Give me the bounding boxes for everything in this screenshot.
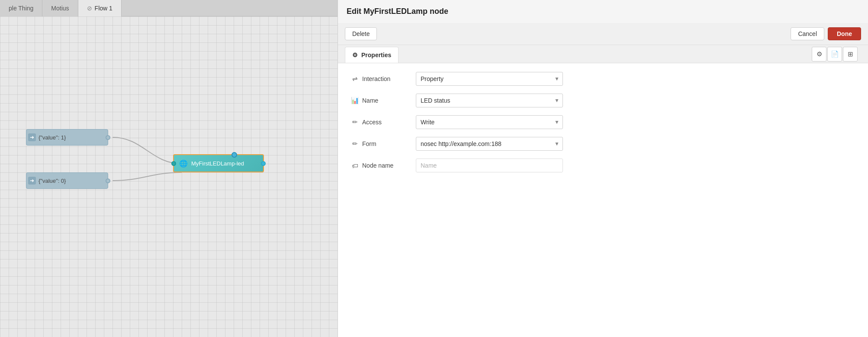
access-icon: ✏ [351,118,359,126]
tab-icons-right: ⚙ 📄 ⊞ [812,45,861,63]
inject1-output-port [106,135,110,140]
form-select[interactable]: nosec http://example.com:188 [416,137,563,151]
properties-tab-section: ⚙ Properties ⚙ 📄 ⊞ [338,45,868,63]
edit-panel: Edit MyFirstLEDLamp node Delete Cancel D… [338,0,868,337]
layout-tab-icon-btn[interactable]: ⊞ [843,47,858,62]
name-select[interactable]: LED status [416,94,563,107]
interaction-label: ⇌ Interaction [351,75,416,83]
inject-node-2[interactable]: ➜ {"value": 0} [26,172,108,189]
form-label: ✏ Form [351,140,416,148]
access-row: ✏ Access Write Read ReadWrite ▼ [351,115,855,129]
name-row: 📊 Name LED status ▼ [351,94,855,107]
node-name-row: 🏷 Node name [351,159,855,172]
toolbar-left: Delete [345,27,377,40]
form-control: nosec http://example.com:188 ▼ [416,137,563,151]
interaction-row: ⇌ Interaction Property Action Event ▼ [351,72,855,86]
wot-input-port [171,161,176,166]
access-select[interactable]: Write Read ReadWrite [416,115,563,129]
edit-header: Edit MyFirstLEDLamp node [338,0,868,23]
wot-status-dot [231,152,237,158]
cancel-button[interactable]: Cancel [791,27,824,40]
flow-canvas[interactable]: ➜ {"value": 1} ➜ {"value": 0} 🌐 MyFirstL… [0,16,338,337]
wot-node[interactable]: 🌐 MyFirstLEDLamp-led [173,154,264,172]
tab-simple-thing-label: ple Thing [9,5,33,12]
name-icon: 📊 [351,97,359,104]
properties-tab-label: Properties [361,52,391,58]
edit-toolbar: Delete Cancel Done [338,23,868,45]
name-label: 📊 Name [351,97,416,104]
inject2-label: {"value": 0} [39,178,66,184]
inject2-btn[interactable]: ➜ [28,177,36,185]
node-name-label: 🏷 Node name [351,162,416,169]
tab-flow1-label: Flow 1 [95,5,113,12]
form-icon: ✏ [351,140,359,148]
form-row: ✏ Form nosec http://example.com:188 ▼ [351,137,855,151]
inject1-label: {"value": 1} [39,134,66,141]
inject2-arrow-icon: ➜ [30,178,34,184]
inject1-arrow-icon: ➜ [30,134,34,140]
tab-bar: ple Thing Motius ⊘ Flow 1 [0,0,338,16]
access-label: ✏ Access [351,118,416,126]
node-name-control [416,159,563,172]
properties-tab[interactable]: ⚙ Properties [345,47,399,63]
interaction-control: Property Action Event ▼ [416,72,563,86]
flow1-icon: ⊘ [87,5,92,12]
interaction-icon: ⇌ [351,75,359,83]
node-name-icon: 🏷 [351,162,359,169]
toolbar-right: Cancel Done [791,27,861,40]
name-control: LED status ▼ [416,94,563,107]
tab-motius-label: Motius [51,5,69,12]
node-name-input[interactable] [416,159,563,172]
inject-node-1[interactable]: ➜ {"value": 1} [26,129,108,146]
done-button[interactable]: Done [828,27,861,40]
wot-output-port [261,161,266,166]
wot-label: MyFirstLEDLamp-led [191,160,244,167]
form-body: ⇌ Interaction Property Action Event ▼ 📊 … [338,63,868,337]
access-control: Write Read ReadWrite ▼ [416,115,563,129]
properties-tab-icon: ⚙ [352,52,358,58]
tab-flow1[interactable]: ⊘ Flow 1 [78,0,122,16]
edit-title: Edit MyFirstLEDLamp node [347,7,448,16]
delete-button[interactable]: Delete [345,27,377,40]
description-tab-icon-btn[interactable]: 📄 [827,47,842,62]
flow-editor: ple Thing Motius ⊘ Flow 1 ➜ {"value": 1} [0,0,338,337]
tab-simple-thing[interactable]: ple Thing [0,0,42,16]
interaction-select[interactable]: Property Action Event [416,72,563,86]
tab-motius[interactable]: Motius [42,0,78,16]
wot-icon: 🌐 [179,159,188,168]
settings-tab-icon-btn[interactable]: ⚙ [812,47,826,62]
inject2-output-port [106,178,110,183]
inject1-btn[interactable]: ➜ [28,133,36,141]
